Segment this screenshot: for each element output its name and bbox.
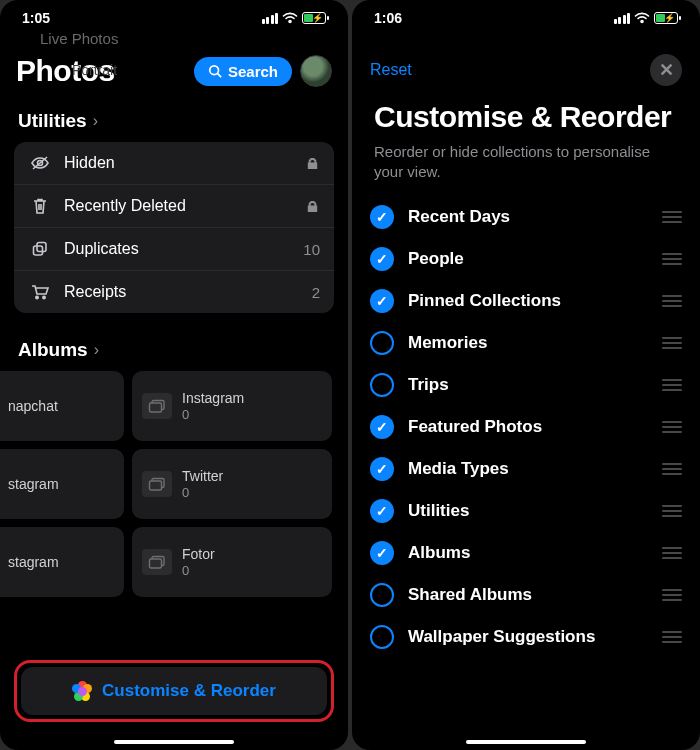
checkbox[interactable]: ✓ xyxy=(370,289,394,313)
background-category: Live Photos xyxy=(40,30,118,47)
drag-handle-icon[interactable] xyxy=(662,463,682,475)
battery-icon: ⚡ xyxy=(302,12,326,24)
collection-row[interactable]: Trips xyxy=(370,364,682,406)
cart-icon xyxy=(28,284,52,300)
utility-label: Duplicates xyxy=(64,240,291,258)
drag-handle-icon[interactable] xyxy=(662,211,682,223)
collection-row[interactable]: ✓People xyxy=(370,238,682,280)
eye-slash-icon xyxy=(28,155,52,171)
collection-label: Shared Albums xyxy=(408,585,648,605)
checkbox[interactable] xyxy=(370,373,394,397)
album-name: Twitter xyxy=(182,468,223,485)
album-tile[interactable]: stagram xyxy=(0,449,124,519)
album-tile[interactable]: Instagram0 xyxy=(132,371,332,441)
svg-rect-11 xyxy=(150,481,162,490)
customise-label: Customise & Reorder xyxy=(102,681,276,701)
album-count: 0 xyxy=(182,485,223,500)
album-tile[interactable]: napchat xyxy=(0,371,124,441)
album-tile[interactable]: stagram xyxy=(0,527,124,597)
collection-row[interactable]: Wallpaper Suggestions xyxy=(370,616,682,658)
albums-grid[interactable]: napchat Instagram0 stagram Twitter0 stag xyxy=(0,371,348,597)
status-indicators: ⚡ xyxy=(262,12,327,24)
utility-receipts[interactable]: Receipts 2 xyxy=(14,271,334,313)
utility-hidden[interactable]: Hidden 🔒︎ xyxy=(14,142,334,185)
collection-label: Featured Photos xyxy=(408,417,648,437)
checkbox[interactable]: ✓ xyxy=(370,457,394,481)
utility-label: Hidden xyxy=(64,154,293,172)
wifi-icon xyxy=(634,12,650,24)
album-tile[interactable]: Fotor0 xyxy=(132,527,332,597)
album-name: stagram xyxy=(8,554,59,571)
collection-row[interactable]: ✓Media Types xyxy=(370,448,682,490)
checkbox[interactable] xyxy=(370,625,394,649)
collection-label: Pinned Collections xyxy=(408,291,648,311)
collection-row[interactable]: ✓Recent Days xyxy=(370,196,682,238)
battery-icon: ⚡ xyxy=(654,12,678,24)
drag-handle-icon[interactable] xyxy=(662,505,682,517)
wifi-icon xyxy=(282,12,298,24)
collection-row[interactable]: ✓Albums xyxy=(370,532,682,574)
sheet-subtitle: Reorder or hide collections to personali… xyxy=(352,142,700,197)
checkbox[interactable]: ✓ xyxy=(370,247,394,271)
drag-handle-icon[interactable] xyxy=(662,421,682,433)
drag-handle-icon[interactable] xyxy=(662,379,682,391)
check-icon: ✓ xyxy=(376,209,388,225)
photo-stack-icon xyxy=(142,471,172,497)
drag-handle-icon[interactable] xyxy=(662,295,682,307)
search-label: Search xyxy=(228,63,278,80)
drag-handle-icon[interactable] xyxy=(662,547,682,559)
check-icon: ✓ xyxy=(376,293,388,309)
svg-rect-13 xyxy=(150,559,162,568)
collection-row[interactable]: Memories xyxy=(370,322,682,364)
reset-button[interactable]: Reset xyxy=(370,61,412,79)
chevron-right-icon: › xyxy=(93,112,98,130)
collection-row[interactable]: Shared Albums xyxy=(370,574,682,616)
album-name: stagram xyxy=(8,476,59,493)
drag-handle-icon[interactable] xyxy=(662,253,682,265)
utilities-header[interactable]: Utilities › xyxy=(0,102,348,142)
duplicate-icon xyxy=(28,240,52,258)
checkbox[interactable]: ✓ xyxy=(370,499,394,523)
customise-highlight: Customise & Reorder xyxy=(14,660,334,722)
flower-icon xyxy=(72,681,92,701)
home-indicator[interactable] xyxy=(114,740,234,744)
checkbox[interactable]: ✓ xyxy=(370,415,394,439)
drag-handle-icon[interactable] xyxy=(662,589,682,601)
count: 2 xyxy=(312,284,320,301)
cellular-icon xyxy=(614,13,631,24)
drag-handle-icon[interactable] xyxy=(662,631,682,643)
checkbox[interactable]: ✓ xyxy=(370,205,394,229)
checkbox[interactable] xyxy=(370,331,394,355)
cellular-icon xyxy=(262,13,279,24)
utility-recently-deleted[interactable]: Recently Deleted 🔒︎ xyxy=(14,185,334,228)
status-time: 1:05 xyxy=(22,10,50,26)
collection-label: People xyxy=(408,249,648,269)
svg-point-7 xyxy=(43,296,45,298)
close-button[interactable]: ✕ xyxy=(650,54,682,86)
albums-header[interactable]: Albums › xyxy=(0,331,348,371)
profile-avatar[interactable] xyxy=(300,55,332,87)
collection-label: Memories xyxy=(408,333,648,353)
checkbox[interactable] xyxy=(370,583,394,607)
collection-row[interactable]: ✓Pinned Collections xyxy=(370,280,682,322)
collection-label: Albums xyxy=(408,543,648,563)
album-count: 0 xyxy=(182,407,244,422)
close-icon: ✕ xyxy=(659,59,674,81)
check-icon: ✓ xyxy=(376,419,388,435)
search-button[interactable]: Search xyxy=(194,57,292,86)
svg-rect-9 xyxy=(150,403,162,412)
utility-duplicates[interactable]: Duplicates 10 xyxy=(14,228,334,271)
photo-stack-icon xyxy=(142,549,172,575)
home-indicator[interactable] xyxy=(466,740,586,744)
sheet-header: Reset ✕ xyxy=(352,48,700,96)
drag-handle-icon[interactable] xyxy=(662,337,682,349)
customise-reorder-button[interactable]: Customise & Reorder xyxy=(21,667,327,715)
status-bar: 1:06 ⚡ xyxy=(352,0,700,48)
collection-row[interactable]: ✓Utilities xyxy=(370,490,682,532)
collection-row[interactable]: ✓Featured Photos xyxy=(370,406,682,448)
checkbox[interactable]: ✓ xyxy=(370,541,394,565)
album-tile[interactable]: Twitter0 xyxy=(132,449,332,519)
collection-label: Trips xyxy=(408,375,648,395)
utilities-list: Hidden 🔒︎ Recently Deleted 🔒︎ Duplicates… xyxy=(14,142,334,313)
svg-point-6 xyxy=(36,296,38,298)
